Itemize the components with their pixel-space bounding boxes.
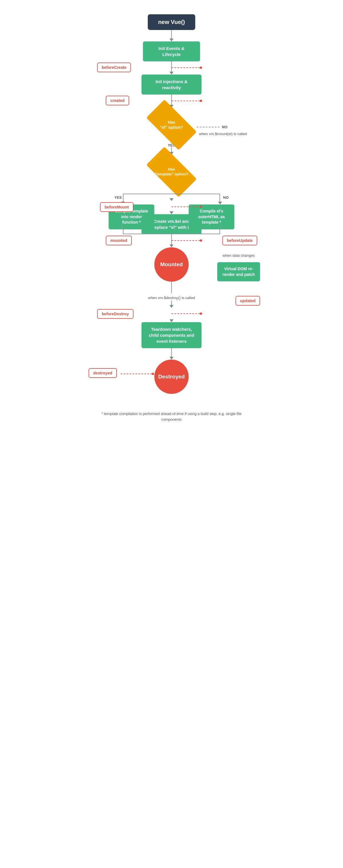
arrow-5	[170, 198, 173, 201]
created-connector	[171, 100, 202, 102]
when-data-changes-text: when data changes	[223, 253, 255, 258]
mounted-badge: mounted	[106, 236, 132, 245]
arrow-6	[170, 211, 173, 214]
updated-row: updated	[80, 282, 263, 293]
arrow-2	[170, 72, 173, 74]
arrow-7	[170, 245, 173, 247]
arrow-10	[170, 357, 173, 360]
has-el-diamond	[146, 100, 197, 150]
destroyed-dashed	[121, 373, 154, 375]
connector-4	[171, 147, 172, 152]
destroyed-badge: destroyed	[89, 368, 117, 378]
created-row: created	[80, 95, 263, 105]
no-label: NO	[222, 125, 228, 129]
before-mount-row: beforeMount	[80, 201, 263, 211]
destroyed-circle: Destroyed	[154, 360, 189, 394]
virtual-dom-box: Virtual DOM re-render and patch	[217, 262, 260, 281]
dashed-mounted	[171, 240, 200, 241]
teardown-box: Teardown watchers, child components and …	[142, 322, 201, 348]
branch-right-bottom-vline	[220, 225, 220, 234]
connector-1	[171, 30, 172, 38]
dot-destroyed	[152, 373, 154, 375]
no-el-line	[197, 127, 220, 127]
dashed-line-created	[171, 100, 200, 101]
lifecycle-diagram: new Vue() Init Events & Lifecycle before…	[80, 6, 263, 422]
connector-destroyed	[171, 348, 172, 357]
before-create-badge: beforeCreate	[97, 63, 131, 72]
mounted-circle-row: Mounted when data changes Virtual DOM re…	[80, 247, 263, 282]
dashed-line-before-create	[171, 67, 200, 68]
dot-before-create	[200, 67, 202, 69]
no-template-label: NO	[223, 195, 229, 200]
dashed-before-mount	[171, 207, 200, 207]
dot-created	[200, 100, 202, 102]
connector-destroy	[171, 301, 172, 305]
yes-template-label: YES	[114, 195, 122, 200]
before-destroy-connector	[171, 312, 202, 315]
arrow-1	[170, 38, 173, 41]
no-el-branch: NO when vm.$mount(el) is called	[197, 125, 247, 136]
dashed-destroyed	[121, 374, 152, 374]
dot-mounted	[200, 239, 202, 242]
when-mount-text: when vm.$mount(el) is called	[199, 131, 247, 136]
destroyed-circle-row: Destroyed destroyed	[80, 360, 263, 394]
updated-badge: updated	[235, 296, 260, 306]
new-vue-box: new Vue()	[148, 14, 195, 30]
mounted-row: mounted beforeUpdate	[80, 234, 263, 245]
arrow-8	[170, 305, 173, 308]
before-mount-badge: beforeMount	[100, 202, 134, 212]
before-update-badge: beforeUpdate	[222, 236, 257, 245]
branch-left-bottom-vline	[123, 225, 123, 234]
dashed-before-destroy	[171, 313, 200, 314]
when-destroy-text: when vm.$destroy() is called	[148, 295, 195, 301]
branch-hline	[123, 194, 220, 194]
init-injections-box: Init injections & reactivity	[142, 74, 201, 95]
footnote-text: * template compilation is performed ahea…	[80, 411, 263, 422]
no-el-label-row: NO	[197, 125, 228, 129]
before-destroy-row: beforeDestroy	[80, 308, 263, 319]
dot-before-destroy	[200, 312, 202, 315]
created-badge: created	[106, 96, 129, 105]
mounted-circle: Mounted	[154, 247, 189, 282]
before-create-row: beforeCreate	[80, 61, 263, 72]
has-template-diamond-wrapper: Has"template" option?	[143, 155, 200, 189]
arrow-9	[170, 319, 173, 322]
has-el-diamond-wrapper: Has"el" option?	[143, 108, 200, 142]
has-template-diamond	[146, 147, 197, 197]
mounted-connector	[171, 239, 202, 242]
virtual-dom-area: when data changes Virtual DOM re-render …	[217, 253, 260, 281]
connector-updated	[171, 282, 172, 293]
dot-before-mount	[200, 206, 202, 208]
before-destroy-badge: beforeDestroy	[97, 309, 134, 319]
before-mount-connector	[171, 206, 202, 208]
init-events-box: Init Events & Lifecycle	[143, 41, 200, 61]
before-create-connector	[171, 67, 202, 69]
